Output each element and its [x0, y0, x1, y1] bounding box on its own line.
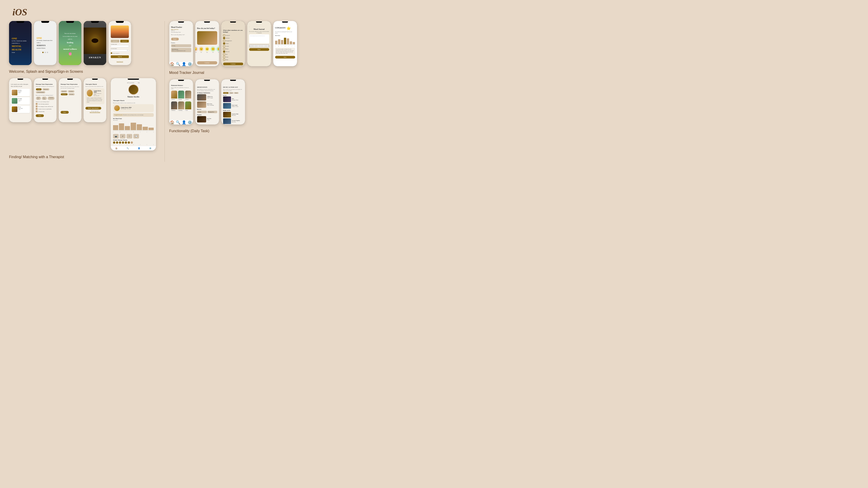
back-arrow-j[interactable]: ‹ [249, 26, 269, 27]
nav-home-m[interactable]: 🏠 [170, 62, 175, 66]
forgot-password-link[interactable]: Forgot Password? [117, 61, 123, 62]
signup-tab[interactable]: SIGN UP [120, 40, 129, 42]
balance-meditation[interactable]: Meditation [171, 101, 177, 111]
balance-journaling[interactable]: Journaling [178, 101, 184, 111]
key-u[interactable]: U [261, 45, 263, 47]
done-btn[interactable]: Done [249, 48, 269, 51]
key-r[interactable]: R [255, 45, 257, 47]
key-w[interactable]: W [252, 45, 253, 47]
emo-check-disappointed[interactable] [223, 40, 225, 42]
emo-manic[interactable]: Manic [223, 48, 243, 50]
back-arrow[interactable]: ‹ [223, 27, 243, 29]
tag-depression[interactable]: Depression [42, 88, 49, 90]
nav-discover[interactable]: 🔍 [127, 147, 129, 149]
next-btn-2[interactable]: Next [61, 111, 69, 113]
emo-check-tired[interactable] [223, 56, 225, 58]
continue-btn-emo[interactable]: Continue [223, 63, 243, 65]
face-5[interactable]: 😊 Great [216, 46, 219, 53]
nav-set-m[interactable]: ⚙️ [188, 62, 192, 66]
tag-not-often[interactable]: Not Often [42, 97, 47, 100]
tag-sometimes[interactable]: Sometimes [48, 97, 55, 100]
journal-textarea[interactable]: I am feeling disconnected and lonely but… [249, 34, 269, 43]
face-3[interactable]: 😐 Okay [205, 46, 210, 53]
key-p[interactable]: P [267, 45, 268, 47]
nav-profile[interactable]: 👤 [138, 147, 140, 149]
emo-annoyed[interactable]: Annoyed [223, 34, 243, 36]
check-1[interactable] [36, 103, 37, 105]
tag-not-at-all[interactable]: Not at All [36, 97, 41, 100]
emo-check-nervous[interactable]: ✓ [223, 51, 225, 53]
save-btn[interactable]: Save [275, 56, 295, 59]
tag-everyday[interactable]: Everyday [68, 93, 74, 95]
key-y[interactable]: Y [259, 45, 261, 47]
share-btn[interactable]: ↗ [120, 134, 125, 138]
emo-sad[interactable]: Sad [223, 53, 243, 55]
emo-disappointed[interactable]: Disappointed [223, 40, 243, 42]
emo-anxious[interactable]: ✓ Anxious [223, 37, 243, 39]
nav-home-b[interactable]: 🏠 [170, 120, 175, 125]
emo-tired[interactable]: Tired [223, 56, 243, 58]
book-appt-btn[interactable]: Book Appointment [86, 107, 101, 109]
emo-check-anxious[interactable]: ✓ [223, 37, 225, 39]
podcast-item-2[interactable]: Overcome Negativity Stay Clear... [223, 119, 243, 124]
heart-btn[interactable]: ♡ [127, 134, 132, 138]
balance-gratitude[interactable]: Gratitude [178, 91, 184, 101]
nav-prof-b[interactable]: 👤 [182, 120, 186, 125]
browse-item-1[interactable]: Gratitude [197, 111, 207, 113]
signin-tab[interactable]: SIGN IN [111, 40, 119, 42]
med-item-2[interactable]: Release Your... 30 min · Breathing [197, 101, 217, 108]
music-item-piano[interactable]: Piano Relaxing · 60 min [223, 96, 243, 102]
emo-lonely[interactable]: Lonely [223, 45, 243, 47]
key-o[interactable]: O [265, 45, 267, 47]
key-t[interactable]: T [257, 45, 259, 47]
filter-sound[interactable]: Sound [229, 92, 234, 94]
check-4[interactable] [36, 110, 37, 112]
face-4[interactable]: 🙂 Good [211, 46, 215, 53]
key-i[interactable]: I [263, 45, 265, 47]
emo-check-empty[interactable]: ✓ [223, 42, 225, 44]
med-item-1[interactable]: A Happier You 30 min · Guided [197, 94, 217, 101]
tag-anxiety[interactable]: Anxiety [36, 88, 41, 90]
nav-set-b[interactable]: ⚙️ [188, 120, 192, 125]
match-another-link[interactable]: Match with another therapist [86, 111, 104, 113]
key-q[interactable]: Q [250, 45, 251, 47]
signin-button[interactable]: Sign In [111, 55, 129, 58]
balance-social[interactable]: Social [185, 101, 191, 111]
nav-disc-b[interactable]: 🔍 [176, 120, 180, 125]
continue-btn-feel[interactable]: Continue [197, 61, 217, 64]
password-input[interactable]: 👁 [111, 50, 129, 52]
music-item-2[interactable]: Nature Sounds Ambient · 45 min [223, 103, 243, 109]
next-btn-1[interactable]: Next [36, 114, 44, 117]
tag-sometimes-2[interactable]: Sometimes [61, 93, 68, 95]
podcast-item-1[interactable]: Train Your Mind Stay Clear... [223, 112, 243, 118]
camera-btn[interactable]: 📷 [113, 134, 119, 138]
balance-exercise[interactable]: Exercise [185, 91, 191, 101]
emo-check-annoyed[interactable] [223, 34, 225, 36]
browse-item-2[interactable]: Managing Stress [208, 111, 217, 113]
emo-nervous[interactable]: ✓ Nervous [223, 51, 243, 53]
check-3[interactable] [36, 108, 37, 110]
check-2[interactable] [36, 105, 37, 107]
back-arrow-mu[interactable]: ‹ [223, 85, 243, 86]
username-input[interactable] [111, 45, 129, 47]
begin-btn[interactable]: Begin [171, 38, 179, 40]
back-arrow-med[interactable]: ‹ [197, 85, 217, 86]
tag-ocd[interactable]: All OCD therapist [36, 91, 45, 93]
face-2[interactable]: 😟 Bad [199, 46, 204, 53]
emo-other[interactable]: Other [223, 59, 243, 61]
nav-home[interactable]: 🏠 [115, 147, 118, 149]
chat-btn[interactable]: 💬 [133, 134, 139, 138]
nav-settings[interactable]: ⚙️ [149, 147, 151, 149]
nav-disc-m[interactable]: 🔍 [176, 62, 180, 66]
balance-selfcare[interactable]: Self Care [171, 91, 177, 101]
emo-check-sad[interactable] [223, 53, 225, 55]
nav-prof-m[interactable]: 👤 [182, 62, 186, 66]
emo-check-manic[interactable] [223, 48, 225, 50]
tag-not-all-2[interactable]: Not at All [61, 90, 67, 92]
emo-check-lonely[interactable] [223, 45, 225, 47]
key-e[interactable]: E [253, 45, 255, 47]
med-popular-1[interactable]: Deep Sleep 45 min [197, 116, 217, 123]
tag-not-often-2[interactable]: Not Often [68, 90, 74, 92]
emo-check-other[interactable] [223, 59, 225, 61]
filter-ambient[interactable]: Ambient [223, 92, 228, 94]
